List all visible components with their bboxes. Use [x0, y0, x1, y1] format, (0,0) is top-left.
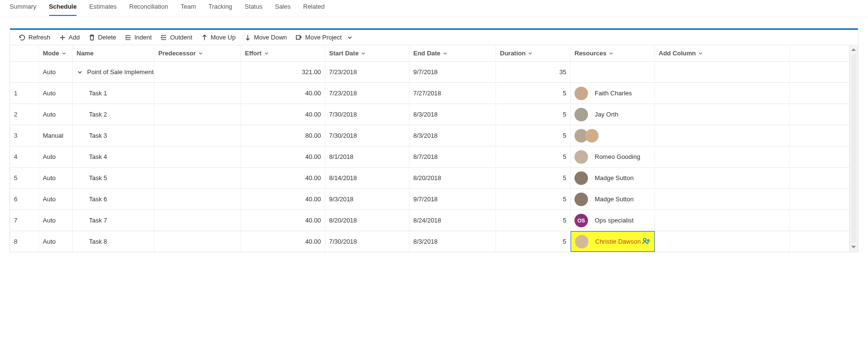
- cell-effort[interactable]: 40.00: [241, 146, 325, 167]
- moveup-button[interactable]: Move Up: [201, 34, 236, 41]
- cell-predecessor[interactable]: [154, 125, 241, 146]
- cell-duration[interactable]: 5: [496, 168, 571, 188]
- cell-predecessor[interactable]: [154, 62, 241, 82]
- cell-effort[interactable]: 40.00: [241, 83, 325, 104]
- cell-resources[interactable]: OSOps specialist: [571, 210, 655, 231]
- cell-start[interactable]: 8/20/2018: [325, 210, 409, 231]
- cell-duration[interactable]: 5: [496, 189, 571, 209]
- movedown-button[interactable]: Move Down: [244, 34, 287, 41]
- cell-predecessor[interactable]: [154, 189, 241, 209]
- col-addcolumn[interactable]: Add Column: [655, 45, 790, 61]
- cell-name[interactable]: Task 3: [73, 125, 154, 146]
- cell-duration[interactable]: 5: [496, 146, 571, 167]
- cell-predecessor[interactable]: [154, 146, 241, 167]
- cell-resources[interactable]: Christie Dawson: [571, 231, 655, 252]
- people-picker-button[interactable]: [642, 236, 651, 247]
- refresh-button[interactable]: Refresh: [19, 34, 51, 41]
- cell-start[interactable]: 8/14/2018: [325, 168, 409, 188]
- tab-status[interactable]: Status: [245, 3, 263, 15]
- cell-mode[interactable]: Auto: [39, 231, 73, 252]
- cell-start[interactable]: 7/30/2018: [325, 125, 409, 146]
- cell-effort[interactable]: 40.00: [241, 231, 325, 252]
- moveproject-button[interactable]: Move Project: [295, 34, 353, 41]
- cell-end[interactable]: 9/7/2018: [409, 62, 496, 82]
- indent-button[interactable]: Indent: [125, 34, 152, 41]
- delete-button[interactable]: Delete: [89, 34, 116, 41]
- cell-resources[interactable]: Madge Sutton: [571, 189, 655, 209]
- col-name[interactable]: Name: [73, 45, 154, 61]
- tab-team[interactable]: Team: [180, 3, 196, 15]
- col-predecessor[interactable]: Predecessor: [154, 45, 241, 61]
- tab-sales[interactable]: Sales: [275, 3, 291, 15]
- cell-extra[interactable]: [655, 210, 790, 231]
- cell-mode[interactable]: Auto: [39, 168, 73, 188]
- cell-duration[interactable]: 5: [496, 104, 571, 125]
- cell-predecessor[interactable]: [154, 104, 241, 125]
- table-row[interactable]: 7AutoTask 740.008/20/20188/24/20185OSOps…: [10, 209, 849, 231]
- cell-mode[interactable]: Manual: [39, 125, 73, 146]
- cell-effort[interactable]: 40.00: [241, 104, 325, 125]
- col-effort[interactable]: Effort: [241, 45, 325, 61]
- cell-mode[interactable]: Auto: [39, 104, 73, 125]
- cell-resources[interactable]: Romeo Gooding: [571, 146, 655, 167]
- cell-extra[interactable]: [655, 146, 790, 167]
- cell-start[interactable]: 8/1/2018: [325, 146, 409, 167]
- cell-end[interactable]: 8/20/2018: [409, 168, 496, 188]
- cell-predecessor[interactable]: [154, 210, 241, 231]
- chevron-down-icon[interactable]: [77, 69, 83, 76]
- cell-effort[interactable]: 321.00: [241, 62, 325, 82]
- col-mode[interactable]: Mode: [39, 45, 73, 61]
- cell-end[interactable]: 8/3/2018: [409, 125, 496, 146]
- cell-effort[interactable]: 40.00: [241, 210, 325, 231]
- cell-mode[interactable]: Auto: [39, 83, 73, 104]
- cell-end[interactable]: 9/7/2018: [409, 189, 496, 209]
- table-row[interactable]: 1AutoTask 140.007/23/20187/27/20185Faith…: [10, 82, 849, 104]
- cell-duration[interactable]: 5: [496, 125, 571, 146]
- cell-duration[interactable]: 35: [496, 62, 571, 82]
- cell-end[interactable]: 8/24/2018: [409, 210, 496, 231]
- cell-extra[interactable]: [655, 83, 790, 104]
- cell-name[interactable]: Task 7: [73, 210, 154, 231]
- project-row[interactable]: Auto Point of Sale Implementat 321.00 7/…: [10, 61, 849, 82]
- cell-duration[interactable]: 5: [496, 83, 571, 104]
- scroll-down-icon[interactable]: [851, 244, 856, 250]
- cell-mode[interactable]: Auto: [39, 189, 73, 209]
- tab-tracking[interactable]: Tracking: [208, 3, 232, 15]
- cell-effort[interactable]: 80.00: [241, 125, 325, 146]
- tab-reconciliation[interactable]: Reconciliation: [129, 3, 168, 15]
- cell-duration[interactable]: 5: [496, 210, 571, 231]
- cell-name[interactable]: Task 4: [73, 146, 154, 167]
- cell-predecessor[interactable]: [154, 83, 241, 104]
- cell-start[interactable]: 7/30/2018: [325, 104, 409, 125]
- cell-start[interactable]: 7/23/2018: [325, 83, 409, 104]
- vertical-scrollbar[interactable]: [849, 45, 858, 252]
- cell-resources[interactable]: Jay Orth: [571, 104, 655, 125]
- cell-mode[interactable]: Auto: [39, 146, 73, 167]
- cell-effort[interactable]: 40.00: [241, 168, 325, 188]
- cell-extra[interactable]: [655, 231, 790, 252]
- tab-schedule[interactable]: Schedule: [49, 3, 77, 16]
- tab-estimates[interactable]: Estimates: [89, 3, 116, 15]
- cell-duration[interactable]: 5: [496, 231, 571, 252]
- cell-effort[interactable]: 40.00: [241, 189, 325, 209]
- cell-start[interactable]: 7/30/2018: [325, 231, 409, 252]
- col-resources[interactable]: Resources: [571, 45, 655, 61]
- cell-mode[interactable]: Auto: [39, 62, 73, 82]
- cell-extra[interactable]: [655, 104, 790, 125]
- col-end[interactable]: End Date: [409, 45, 496, 61]
- add-button[interactable]: Add: [59, 34, 80, 41]
- cell-end[interactable]: 8/3/2018: [409, 231, 496, 252]
- table-row[interactable]: 4AutoTask 440.008/1/20188/7/20185Romeo G…: [10, 146, 849, 167]
- tab-summary[interactable]: Summary: [10, 3, 37, 15]
- table-row[interactable]: 2AutoTask 240.007/30/20188/3/20185Jay Or…: [10, 104, 849, 125]
- table-row[interactable]: 3ManualTask 380.007/30/20188/3/20185: [10, 125, 849, 146]
- cell-extra[interactable]: [655, 189, 790, 209]
- cell-end[interactable]: 8/3/2018: [409, 104, 496, 125]
- cell-extra[interactable]: [655, 62, 790, 82]
- cell-end[interactable]: 8/7/2018: [409, 146, 496, 167]
- cell-name[interactable]: Task 1: [73, 83, 154, 104]
- cell-resources[interactable]: [571, 125, 655, 146]
- cell-start[interactable]: 7/23/2018: [325, 62, 409, 82]
- cell-name[interactable]: Task 5: [73, 168, 154, 188]
- col-duration[interactable]: Duration: [496, 45, 571, 61]
